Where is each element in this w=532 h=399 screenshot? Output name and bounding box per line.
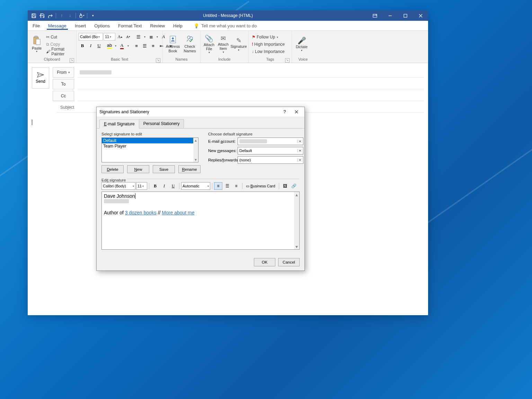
- touch-mode-icon[interactable]: ▾: [78, 12, 85, 19]
- save-button[interactable]: Save: [153, 165, 175, 173]
- grow-font-icon[interactable]: A▴: [116, 33, 124, 41]
- bold-icon[interactable]: B: [151, 182, 159, 190]
- link-more[interactable]: More about me: [162, 210, 194, 215]
- close-button[interactable]: [413, 10, 428, 21]
- low-importance-button[interactable]: ↓Low Importance: [251, 48, 290, 55]
- follow-up-button[interactable]: ⚑Follow Up▾: [251, 34, 290, 41]
- replies-label: Replies/forwards:: [208, 158, 238, 162]
- rename-button[interactable]: Rename: [178, 165, 201, 173]
- align-center-icon[interactable]: ☰: [223, 182, 231, 190]
- pen-icon: ✎: [236, 37, 241, 44]
- to-button[interactable]: To: [53, 79, 74, 89]
- redo-icon[interactable]: [46, 12, 54, 19]
- ok-button[interactable]: OK: [254, 258, 275, 266]
- cc-button[interactable]: Cc: [53, 91, 74, 101]
- italic-icon[interactable]: I: [160, 182, 168, 190]
- high-importance-button[interactable]: !High Importance: [251, 41, 290, 48]
- save-icon[interactable]: [30, 12, 37, 19]
- signature-list[interactable]: Default Team Player ▴▾: [101, 138, 198, 162]
- shrink-font-icon[interactable]: A▾: [124, 33, 132, 41]
- scrollbar[interactable]: ▴▾: [193, 138, 198, 162]
- scrollbar[interactable]: ▴▾: [294, 192, 299, 249]
- align-center-icon[interactable]: ☰: [141, 42, 149, 50]
- signature-editor[interactable]: Dave Johnson Author of 3 dozen books // …: [101, 192, 300, 250]
- from-button[interactable]: From ▾: [53, 67, 74, 78]
- dialog-launcher-icon[interactable]: ↘: [156, 58, 160, 63]
- font-color-icon[interactable]: A: [118, 42, 126, 50]
- align-right-icon[interactable]: ≡: [149, 42, 157, 50]
- cancel-button[interactable]: Cancel: [278, 258, 300, 266]
- paste-button[interactable]: Paste ▾: [30, 33, 44, 56]
- previous-icon[interactable]: ↑: [58, 12, 65, 19]
- tab-review[interactable]: Review: [146, 22, 169, 29]
- send-button[interactable]: Send: [32, 67, 49, 89]
- to-field[interactable]: [78, 79, 424, 89]
- next-icon[interactable]: ↓: [66, 12, 74, 19]
- highlight-icon[interactable]: ab: [106, 42, 113, 50]
- from-field[interactable]: [78, 68, 424, 78]
- tab-email-signature[interactable]: E-mail Signature: [99, 119, 139, 128]
- tab-message[interactable]: Message: [44, 22, 71, 29]
- link-books[interactable]: 3 dozen books: [125, 210, 157, 215]
- dialog-close-button[interactable]: [291, 108, 302, 116]
- dictate-button[interactable]: 🎤Dictate▾: [294, 33, 309, 56]
- align-right-icon[interactable]: ≡: [232, 182, 240, 190]
- address-book-button[interactable]: Address Book: [165, 33, 181, 56]
- ribbon-display-icon[interactable]: [367, 10, 382, 21]
- help-button[interactable]: ?: [280, 108, 290, 116]
- business-card-button[interactable]: ▭Business Card: [244, 182, 277, 190]
- minimize-button[interactable]: [382, 10, 398, 21]
- tab-format-text[interactable]: Format Text: [114, 22, 146, 29]
- tab-file[interactable]: File: [28, 22, 44, 29]
- brush-icon: 🖌: [46, 49, 50, 54]
- font-size-select[interactable]: 11▾: [104, 33, 115, 41]
- list-item[interactable]: Team Player: [102, 143, 198, 149]
- align-left-icon[interactable]: ≡: [133, 42, 140, 50]
- copy-button[interactable]: ⧉Copy: [45, 41, 74, 48]
- signature-button[interactable]: ✎Signature▾: [231, 33, 246, 56]
- italic-icon[interactable]: I: [87, 42, 95, 50]
- new-button[interactable]: New: [127, 165, 149, 173]
- numbering-icon[interactable]: ≣: [147, 33, 155, 41]
- cc-field[interactable]: [78, 91, 424, 101]
- tab-personal-stationery[interactable]: Personal Stationery: [139, 119, 184, 128]
- delete-button[interactable]: Delete: [101, 165, 124, 173]
- dialog-launcher-icon[interactable]: ↘: [285, 58, 290, 63]
- underline-icon[interactable]: U: [95, 42, 103, 50]
- list-item[interactable]: Default: [102, 138, 198, 143]
- include-group-label: Include: [218, 57, 230, 61]
- maximize-button[interactable]: [398, 10, 413, 21]
- underline-icon[interactable]: U: [169, 182, 177, 190]
- svg-rect-9: [35, 36, 37, 38]
- insert-link-icon[interactable]: 🔗: [290, 182, 298, 190]
- svg-point-12: [172, 37, 174, 39]
- svg-rect-3: [373, 14, 377, 17]
- tab-help[interactable]: Help: [169, 22, 187, 29]
- arrow-down-icon: ↓: [252, 49, 254, 54]
- lightbulb-icon: 💡: [194, 23, 199, 28]
- tell-me-search[interactable]: 💡 Tell me what you want to do: [194, 23, 257, 28]
- font-name-select[interactable]: Calibri (Bo▾: [79, 33, 103, 41]
- replies-select[interactable]: (none)▾: [238, 156, 303, 164]
- sig-font-select[interactable]: Calibri (Body)▾: [101, 182, 135, 190]
- undo-icon[interactable]: [38, 12, 46, 19]
- tab-insert[interactable]: Insert: [71, 22, 90, 29]
- flag-icon: ⚑: [252, 35, 256, 39]
- attach-file-button[interactable]: 📎Attach File▾: [203, 33, 215, 56]
- cut-button[interactable]: ✂Cut: [45, 34, 74, 41]
- qat-customize-icon[interactable]: ▾: [89, 12, 97, 19]
- attach-item-button[interactable]: ✉Attach Item▾: [217, 33, 230, 56]
- sig-size-select[interactable]: 11▾: [136, 182, 147, 190]
- check-names-button[interactable]: Check Names: [182, 33, 197, 56]
- new-messages-select[interactable]: Default▾: [238, 147, 303, 154]
- sig-color-select[interactable]: Automatic▾: [181, 182, 210, 190]
- align-left-icon[interactable]: ≡: [214, 182, 222, 190]
- email-account-select[interactable]: ▾: [238, 138, 303, 145]
- format-painter-button[interactable]: 🖌Format Painter: [45, 48, 74, 55]
- choose-default-label: Choose default signature: [208, 132, 303, 136]
- bold-icon[interactable]: B: [79, 42, 86, 50]
- dialog-launcher-icon[interactable]: ↘: [70, 58, 74, 63]
- insert-picture-icon[interactable]: 🖼: [281, 182, 289, 190]
- tab-options[interactable]: Options: [90, 22, 114, 29]
- bullets-icon[interactable]: ☰: [135, 33, 142, 41]
